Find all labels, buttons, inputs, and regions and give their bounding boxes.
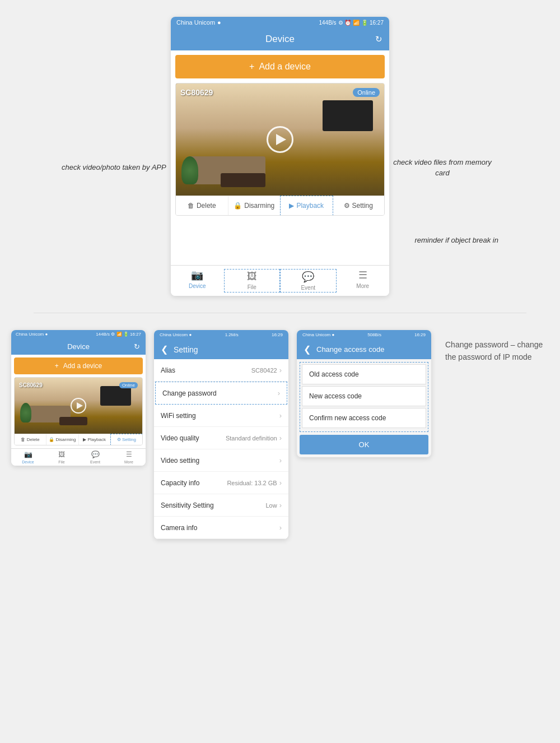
small-file-label-1: File [58, 460, 64, 464]
ok-label: OK [359, 440, 370, 449]
small-add-label-1: Add a device [63, 362, 102, 370]
access-header: ❮ Change access code [297, 340, 431, 359]
setting-video-setting[interactable]: Video setting › [154, 449, 288, 472]
small-time-1: 144B/s ⚙ 📶 🔋 16:27 [96, 332, 141, 337]
video-quality-chevron: › [279, 434, 282, 442]
wifi-chevron: › [279, 411, 282, 420]
nav-device[interactable]: 📷 Device [171, 269, 224, 292]
sensitivity-chevron: › [279, 501, 282, 509]
lock-icon: 🔒 [234, 202, 242, 210]
bottom-section: China Unicom ● 144B/s ⚙ 📶 🔋 16:27 Device… [0, 319, 560, 556]
setting-time: 1.2M/s [225, 332, 239, 337]
setting-status-bar: China Unicom ● 1.2M/s 16:29 [154, 330, 288, 340]
speed-text: 144B/s [319, 20, 336, 26]
event-annotation-text: reminder if object break in [414, 236, 498, 244]
nav-file-label: File [248, 284, 256, 290]
play-small-icon: ▶ [289, 202, 294, 210]
setting-change-password[interactable]: Change password › [155, 382, 287, 405]
video-setting-label: Video setting [161, 457, 199, 465]
device-name: SC80629 [180, 88, 213, 97]
small-phone-device: China Unicom ● 144B/s ⚙ 📶 🔋 16:27 Device… [11, 330, 146, 466]
add-device-label: Add a device [259, 62, 311, 72]
small-more-label-1: More [124, 460, 133, 464]
setting-camera-info[interactable]: Camera info › [154, 517, 288, 539]
nav-event-label: Event [301, 285, 315, 291]
wifi-label: WiFi setting [161, 412, 196, 420]
setting-label: Setting [352, 202, 373, 210]
small-device-card-1: SC80629 Online 🗑 Delete 🔒 Disarming ▶ Pl… [14, 377, 143, 445]
small-nav-more-1[interactable]: ☰ More [112, 451, 146, 464]
plus-icon: + [249, 62, 254, 72]
event-nav-icon: 💬 [302, 271, 314, 283]
disarming-button[interactable]: 🔒 Disarming [228, 196, 281, 215]
new-access-label: New access code [309, 392, 362, 400]
playback-annotation-text: check video files from memory card [393, 158, 492, 177]
small-delete-1[interactable]: 🗑 Delete [15, 434, 46, 445]
playback-button[interactable]: ▶ Playback [280, 196, 333, 216]
bottom-nav: 📷 Device 🖼 File 💬 Event ☰ More [171, 265, 389, 296]
small-playback-1[interactable]: ▶ Playback [79, 434, 111, 445]
old-access-code-field[interactable]: Old access code [302, 364, 426, 384]
small-thumbnail-1[interactable]: SC80629 Online [15, 378, 142, 434]
small-event-label-1: Event [90, 460, 100, 464]
nav-event[interactable]: 💬 Event [280, 269, 337, 292]
small-device-label-1: Device [22, 460, 34, 464]
small-nav-event-1[interactable]: 💬 Event [78, 451, 112, 464]
ok-button[interactable]: OK [300, 435, 428, 454]
delete-button[interactable]: 🗑 Delete [176, 196, 228, 215]
video-quality-value: Standard definition [226, 435, 277, 442]
setting-alias[interactable]: Alias SC80422 › [154, 359, 288, 382]
confirm-access-label: Confirm new access code [309, 414, 386, 422]
description-text: Change password – change the password of… [445, 340, 543, 361]
access-speed: 508B/s [367, 332, 381, 337]
small-nav-file-1[interactable]: 🖼 File [45, 451, 78, 464]
event-annotation: reminder if object break in [414, 235, 498, 245]
nav-file[interactable]: 🖼 File [224, 269, 281, 292]
setting-time2: 16:29 [272, 332, 283, 337]
video-setting-chevron: › [279, 456, 282, 465]
old-access-label: Old access code [309, 370, 359, 378]
sensitivity-label: Sensitivity Setting [161, 501, 214, 509]
disarming-label: Disarming [244, 202, 274, 210]
camera-info-label: Camera info [161, 524, 197, 532]
access-back-icon[interactable]: ❮ [304, 344, 311, 355]
small-add-device-1[interactable]: + Add a device [14, 357, 143, 374]
setting-video-quality[interactable]: Video quality Standard definition › [154, 427, 288, 449]
small-setting-1[interactable]: ⚙ Setting [110, 434, 143, 445]
setting-header: ❮ Setting [154, 340, 288, 359]
camera-info-chevron: › [279, 523, 282, 532]
small-nav-device-1[interactable]: 📷 Device [11, 451, 45, 464]
status-bar: China Unicom ● 144B/s ⚙ ⏰ 📶 🔋 16:27 [171, 17, 389, 28]
back-arrow-icon[interactable]: ❮ [161, 344, 168, 355]
add-device-button[interactable]: + Add a device [175, 55, 385, 78]
nav-more[interactable]: ☰ More [337, 269, 390, 292]
small-play-1[interactable] [71, 398, 86, 414]
small-title-1: Device [67, 342, 90, 351]
new-access-code-field[interactable]: New access code [302, 386, 426, 406]
access-fields-box: Old access code New access code Confirm … [300, 362, 428, 432]
small-disarming-1[interactable]: 🔒 Disarming [46, 434, 78, 445]
confirm-access-code-field[interactable]: Confirm new access code [302, 408, 426, 428]
device-thumbnail[interactable]: SC80629 Online [176, 83, 384, 196]
refresh-icon[interactable]: ↻ [375, 34, 382, 44]
setting-wifi[interactable]: WiFi setting › [154, 405, 288, 427]
alias-value: SC80422 [251, 367, 277, 374]
main-phone-frame: China Unicom ● 144B/s ⚙ ⏰ 📶 🔋 16:27 Devi… [171, 17, 389, 296]
setting-capacity[interactable]: Capacity info Residual: 13.2 GB › [154, 472, 288, 494]
small-actions-1: 🗑 Delete 🔒 Disarming ▶ Playback ⚙ Settin… [15, 434, 142, 445]
setting-button[interactable]: ⚙ Setting [333, 196, 385, 215]
access-phone: China Unicom ● 508B/s 16:29 ❮ Change acc… [297, 330, 431, 457]
access-time: 16:29 [414, 332, 426, 337]
file-nav-icon: 🖼 [247, 271, 257, 282]
play-button[interactable] [267, 126, 293, 153]
small-refresh-1[interactable]: ↻ [134, 342, 140, 351]
small-device-name-1: SC80629 [19, 382, 43, 388]
small-device-icon-1: 📷 [24, 451, 32, 458]
device-actions: 🗑 Delete 🔒 Disarming ▶ Playback ⚙ [176, 196, 384, 215]
app-title: Device [265, 34, 295, 45]
device-nav-icon: 📷 [191, 269, 203, 281]
alias-chevron: › [279, 366, 282, 374]
video-quality-label: Video quality [161, 434, 199, 442]
more-nav-icon: ☰ [358, 269, 367, 281]
setting-sensitivity[interactable]: Sensitivity Setting Low › [154, 494, 288, 517]
